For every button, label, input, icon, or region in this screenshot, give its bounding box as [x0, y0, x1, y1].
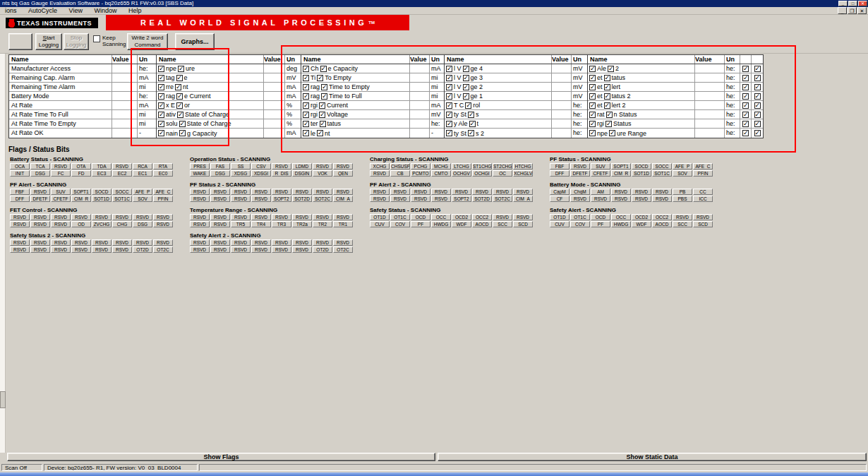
log-checkbox[interactable] — [742, 75, 749, 81]
log-checkbox[interactable] — [446, 130, 452, 136]
show-static-data-button[interactable]: Show Static Data — [438, 453, 867, 461]
scan-checkbox[interactable] — [463, 93, 469, 100]
log-checkbox[interactable] — [742, 102, 749, 109]
log-checkbox[interactable] — [446, 75, 452, 81]
scan-checkbox[interactable] — [754, 102, 761, 109]
menu-item-help[interactable]: Help — [123, 7, 147, 15]
scan-checkbox[interactable] — [176, 93, 183, 100]
scan-checkbox[interactable] — [320, 66, 327, 72]
log-checkbox[interactable] — [589, 93, 596, 100]
log-checkbox[interactable] — [742, 130, 749, 136]
log-checkbox[interactable] — [303, 66, 309, 72]
scan-checkbox[interactable] — [179, 121, 186, 127]
log-checkbox[interactable] — [158, 93, 164, 100]
log-checkbox[interactable] — [742, 112, 749, 118]
scan-checkbox[interactable] — [754, 93, 761, 100]
log-checkbox[interactable] — [303, 130, 309, 136]
scan-checkbox[interactable] — [468, 112, 474, 118]
log-checkbox[interactable] — [589, 66, 596, 72]
scan-checkbox[interactable] — [319, 112, 325, 118]
menu-item-autocycle[interactable]: AutoCycle — [23, 7, 62, 15]
log-checkbox[interactable] — [158, 121, 164, 127]
log-checkbox[interactable] — [446, 102, 452, 109]
menu-item-window[interactable]: Window — [89, 7, 121, 15]
scan-checkbox[interactable] — [463, 66, 469, 72]
mdi-close-icon[interactable]: ✕ — [857, 7, 867, 14]
scan-checkbox[interactable] — [606, 112, 613, 118]
log-checkbox[interactable] — [158, 75, 164, 81]
scan-checkbox[interactable] — [469, 121, 476, 127]
scan-checkbox[interactable] — [319, 102, 325, 109]
log-checkbox[interactable] — [303, 121, 309, 127]
scan-checkbox[interactable] — [177, 112, 183, 118]
scan-checkbox[interactable] — [317, 75, 323, 81]
show-flags-button[interactable]: Show Flags — [7, 453, 435, 461]
scan-checkbox[interactable] — [176, 102, 183, 109]
checkbox-icon[interactable] — [93, 35, 100, 42]
log-checkbox[interactable] — [589, 112, 596, 118]
log-checkbox[interactable] — [589, 75, 596, 81]
start-logging-button[interactable]: Start Logging — [35, 33, 62, 50]
log-checkbox[interactable] — [446, 121, 452, 127]
log-checkbox[interactable] — [742, 66, 749, 72]
log-checkbox[interactable] — [158, 66, 164, 72]
log-checkbox[interactable] — [589, 84, 596, 90]
keep-scanning-checkbox[interactable]: Keep Scanning — [93, 35, 126, 47]
log-checkbox[interactable] — [446, 66, 452, 72]
log-checkbox[interactable] — [742, 121, 749, 127]
scan-checkbox[interactable] — [468, 130, 474, 136]
log-checkbox[interactable] — [446, 93, 452, 100]
log-checkbox[interactable] — [158, 130, 164, 136]
log-checkbox[interactable] — [742, 93, 749, 100]
vertical-scrollbar[interactable] — [0, 54, 6, 453]
scan-checkbox[interactable] — [609, 130, 615, 136]
scan-checkbox[interactable] — [608, 66, 614, 72]
scan-checkbox[interactable] — [463, 75, 469, 81]
scan-checkbox[interactable] — [320, 121, 326, 127]
log-checkbox[interactable] — [303, 93, 309, 100]
menu-item-options[interactable]: ions — [0, 7, 22, 15]
scan-checkbox[interactable] — [754, 66, 761, 72]
menu-item-view[interactable]: View — [64, 7, 88, 15]
log-checkbox[interactable] — [589, 102, 596, 109]
scan-checkbox[interactable] — [176, 75, 183, 81]
scan-checkbox[interactable] — [604, 84, 610, 90]
log-checkbox[interactable] — [446, 84, 452, 90]
log-checkbox[interactable] — [158, 102, 164, 109]
scan-checkbox[interactable] — [604, 102, 610, 109]
scan-checkbox[interactable] — [754, 121, 761, 127]
log-checkbox[interactable] — [589, 130, 596, 136]
scan-checkbox[interactable] — [179, 130, 186, 136]
scan-checkbox[interactable] — [317, 130, 323, 136]
scan-checkbox[interactable] — [754, 84, 761, 90]
scan-checkbox[interactable] — [178, 66, 184, 72]
toolbar-blank-button[interactable] — [8, 33, 32, 50]
close-icon[interactable]: ✕ — [858, 1, 867, 6]
scan-checkbox[interactable] — [754, 130, 761, 136]
graphs-button[interactable]: Graphs... — [175, 33, 215, 50]
log-checkbox[interactable] — [158, 112, 164, 118]
log-checkbox[interactable] — [303, 112, 309, 118]
log-checkbox[interactable] — [303, 102, 309, 109]
scan-checkbox[interactable] — [604, 93, 610, 100]
log-checkbox[interactable] — [303, 75, 309, 81]
scan-checkbox[interactable] — [465, 102, 471, 109]
log-checkbox[interactable] — [158, 84, 164, 90]
mdi-restore-icon[interactable]: ❐ — [848, 7, 857, 14]
mdi-minimize-icon[interactable]: _ — [838, 7, 847, 14]
minimize-icon[interactable]: _ — [838, 1, 848, 6]
scan-checkbox[interactable] — [321, 93, 327, 100]
log-checkbox[interactable] — [446, 112, 452, 118]
scan-checkbox[interactable] — [754, 75, 761, 81]
log-checkbox[interactable] — [589, 121, 596, 127]
maximize-icon[interactable]: □ — [848, 1, 857, 6]
scan-checkbox[interactable] — [463, 84, 469, 90]
scan-checkbox[interactable] — [605, 121, 612, 127]
log-checkbox[interactable] — [303, 84, 309, 90]
scan-checkbox[interactable] — [175, 84, 181, 90]
scan-checkbox[interactable] — [754, 112, 761, 118]
scan-checkbox[interactable] — [321, 84, 327, 90]
write-2-word-command-button[interactable]: Write 2 word Command — [127, 33, 168, 50]
scrollbar-thumb[interactable] — [0, 391, 6, 408]
log-checkbox[interactable] — [742, 84, 749, 90]
